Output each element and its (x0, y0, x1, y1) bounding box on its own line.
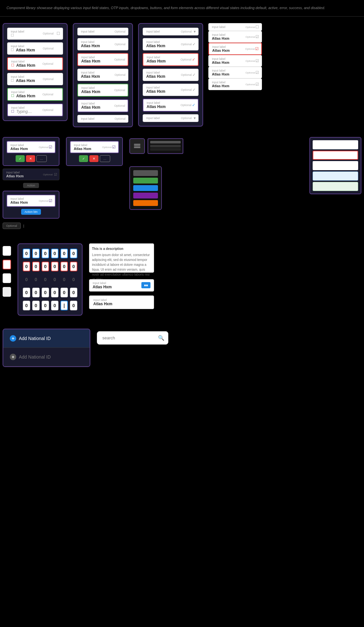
input-field-default-value[interactable]: Input label ☐ Atlas Hxm Optional (7, 42, 63, 55)
optional-label: Optional (43, 173, 53, 176)
otp-box[interactable]: 0 (42, 275, 49, 284)
otp-box[interactable]: 0 (60, 249, 68, 258)
dropdown-default-value[interactable]: Input label Atlas Hxm Optional ✓ (143, 38, 199, 50)
confirm-button-2[interactable]: ✓ (79, 155, 88, 162)
dropdown-default-3[interactable]: Input label Atlas Hxm Optional ✓ (143, 69, 199, 81)
text-input-active[interactable]: Input label Atlas Hxm Optional (77, 99, 128, 112)
otp-box[interactable]: 0 (32, 275, 40, 284)
optional-label: Optional (245, 47, 255, 50)
otp-box[interactable]: 0 (70, 262, 77, 271)
text-input-default-empty[interactable]: Input label Optional (77, 28, 128, 35)
otp-box[interactable]: 0 (42, 262, 49, 271)
borderless-default-value[interactable]: Input label Atlas Hxm Optional ☑ (208, 31, 262, 43)
check-icon: ✓ (192, 103, 195, 107)
plus-icon-disabled: + (10, 354, 16, 360)
mini-input-purple-border[interactable]: Input label Atlas Hxm Optional ☑ (70, 141, 119, 153)
otp-box[interactable]: 0 (23, 249, 30, 258)
otp-box[interactable]: 0 (42, 288, 49, 297)
otp-box[interactable]: 0 (23, 288, 30, 297)
otp-box[interactable]: 0 (32, 249, 40, 258)
extra-button[interactable]: … (36, 155, 47, 162)
mini-input-dark[interactable]: Input label Atlas Hxm Optional ☑ (3, 169, 59, 180)
outline-button[interactable]: Optional (3, 223, 21, 229)
dropdown-default-empty[interactable]: Input label Optional ▾ (143, 28, 199, 35)
otp-box[interactable]: 0 (70, 288, 77, 297)
input-field-default-empty[interactable]: Input label ☐ Optional ☐ (7, 28, 63, 40)
field-value-typing: Typing.... (16, 109, 32, 114)
input-with-btn-group: Input label Atlas Hxm ■■ (89, 279, 154, 292)
input-field-active-typing[interactable]: Input label ☐ Typing.... Optional (7, 103, 63, 116)
dropdown-active[interactable]: Input label Atlas Hxm Optional ✓ (143, 99, 199, 112)
add-national-label-active: Add National ID (19, 336, 51, 341)
dropdown-default-empty-2[interactable]: Input label Optional ▾ (143, 114, 199, 122)
otp-box[interactable]: 0 (70, 249, 77, 258)
primary-action-button[interactable]: Action btn (21, 209, 41, 215)
chevron-down-icon: ▾ (194, 116, 196, 120)
otp-box[interactable]: 0 (42, 301, 49, 310)
text-input-default-empty-2[interactable]: Input label Optional (77, 115, 128, 123)
otp-single-default-2[interactable] (3, 273, 11, 283)
text-input-default-3[interactable]: Input label Atlas Hxm Optional (77, 69, 128, 81)
block-white-2 (313, 161, 358, 170)
icon-thumbs-group (129, 137, 183, 210)
panel-checkbox-inputs: Input label ☐ Optional ☐ Input label ☐ A… (3, 23, 68, 121)
otp-box[interactable]: 0 (23, 275, 30, 284)
otp-box[interactable]: 0 (51, 249, 58, 258)
confirm-button[interactable]: ✓ (16, 155, 25, 162)
action-button[interactable]: Action (23, 183, 39, 188)
otp-box[interactable]: 0 (70, 301, 77, 310)
otp-box[interactable]: 0 (51, 262, 58, 271)
attach-button[interactable]: ■■ (141, 282, 150, 288)
optional-label: Optional (180, 103, 191, 107)
text-input-success[interactable]: Input label Atlas Hxm Optional (77, 84, 128, 97)
otp-box[interactable]: 0 (32, 262, 40, 271)
plain-input-field[interactable]: Input label Atlas Hxm (89, 295, 154, 309)
borderless-error[interactable]: Input label Atlas Hxm Optional ☑ (208, 43, 262, 55)
checkbox-icon: ☐ (11, 33, 14, 37)
search-input[interactable] (97, 331, 168, 345)
block-red-border (313, 151, 358, 160)
mini-input-active[interactable]: Input label Atlas Hxm Optional ☑ (6, 141, 56, 153)
otp-single-error[interactable] (3, 260, 11, 269)
otp-box[interactable]: 0 (23, 301, 30, 310)
otp-box[interactable]: 0 (42, 249, 49, 258)
check-icon: ☑ (255, 59, 259, 63)
otp-box[interactable]: 0 (60, 262, 68, 271)
otp-box[interactable]: 0 (23, 262, 30, 271)
bars-thumb-panel (148, 138, 183, 154)
textarea-description[interactable]: This is a description Lorem ipsum dolor … (89, 243, 154, 273)
add-national-id-btn-active[interactable]: + Add National ID (3, 329, 90, 348)
add-national-id-btn-disabled: + Add National ID (3, 348, 90, 366)
input-field-error[interactable]: Input label ☐ Atlas Hxm Optional (7, 57, 63, 70)
dropdown-error[interactable]: Input label Atlas Hxm Optional ✓ (143, 53, 199, 66)
text-input-default-value[interactable]: Input label Atlas Hxm Optional (77, 38, 128, 50)
borderless-default-4[interactable]: Input label Atlas Hxm Optional ☑ (208, 67, 262, 78)
otp-row-error: 0 0 0 0 0 0 (23, 262, 77, 271)
otp-single-default[interactable] (3, 246, 11, 256)
borderless-default-empty[interactable]: Input label Optional ☐ (208, 23, 262, 31)
text-input-error[interactable]: Input label Atlas Hxm Optional (77, 53, 128, 66)
otp-box[interactable]: 0 (32, 301, 40, 310)
cancel-button-2[interactable]: ✕ (89, 155, 98, 162)
input-field-default-2[interactable]: Input label ☐ Atlas Hxm Optional (7, 73, 63, 85)
dropdown-default-4[interactable]: Input label Atlas Hxm Optional ✓ (143, 84, 199, 96)
optional-label: Optional (245, 25, 255, 28)
otp-box[interactable]: 0 (70, 275, 77, 284)
otp-box[interactable]: 0 (51, 275, 58, 284)
otp-box[interactable]: 0 (51, 301, 58, 310)
checkbox-icon-success: ☐ (11, 94, 14, 98)
mini-input-active-2[interactable]: Input label Atlas Hxm Optional ☑ (6, 195, 56, 207)
otp-box[interactable]: 0 (60, 275, 68, 284)
extra-button-2[interactable]: … (100, 155, 110, 162)
otp-box-cursor[interactable]: | (60, 301, 68, 310)
cancel-button[interactable]: ✕ (26, 155, 35, 162)
separator: | (23, 224, 24, 228)
input-with-btn-field[interactable]: Input label Atlas Hxm ■■ (89, 279, 154, 292)
otp-box[interactable]: 0 (32, 288, 40, 297)
otp-row-filled: 0 0 0 0 0 0 (23, 288, 77, 297)
otp-box[interactable]: 0 (60, 288, 68, 297)
borderless-default-5[interactable]: Input label Atlas Hxm Optional ☑ (208, 78, 262, 90)
input-field-success[interactable]: Input label ☐ Atlas Hxm Optional (7, 88, 63, 101)
borderless-default-3[interactable]: Input label Atlas Hxm Optional ☑ (208, 55, 262, 67)
otp-box[interactable]: 0 (51, 288, 58, 297)
